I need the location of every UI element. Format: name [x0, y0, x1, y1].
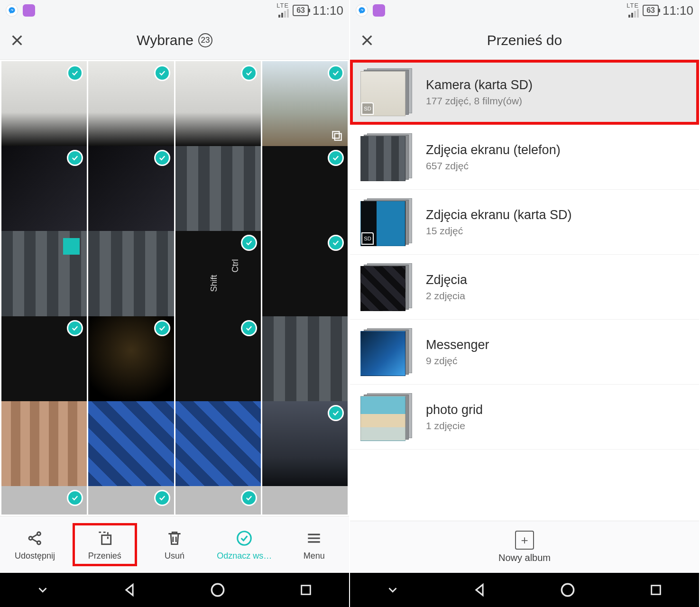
photo-cell[interactable] [262, 146, 348, 231]
photo-cell[interactable] [262, 61, 348, 147]
sd-badge-icon: SD [361, 102, 374, 115]
photo-cell[interactable] [88, 486, 174, 515]
battery-indicator: 63 [643, 5, 659, 16]
album-item[interactable]: Zdjęcia2 zdjęcia [350, 255, 699, 320]
android-navbar [0, 573, 349, 607]
photo-cell[interactable] [1, 486, 87, 515]
svg-point-3 [37, 532, 40, 535]
signal-icon [278, 8, 289, 18]
selected-check-icon [67, 320, 83, 336]
photo-cell[interactable] [262, 231, 348, 316]
selected-check-icon [328, 405, 344, 421]
album-thumbnail [360, 263, 413, 311]
page-title: Wybrane [137, 32, 193, 48]
messenger-icon [356, 4, 368, 17]
photo-cell[interactable] [175, 401, 261, 487]
delete-button[interactable]: Usuń [144, 524, 205, 565]
album-item[interactable]: Zdjęcia ekranu (telefon)657 zdjęć [350, 125, 699, 190]
photo-cell[interactable] [1, 231, 87, 316]
album-subtitle: 1 zdjęcie [426, 420, 689, 432]
photo-cell[interactable] [88, 231, 174, 316]
selected-check-icon [328, 235, 344, 251]
svg-point-7 [212, 584, 224, 596]
photo-cell[interactable] [1, 61, 87, 147]
photo-cell[interactable] [262, 316, 348, 402]
share-button[interactable]: Udostępnij [4, 524, 66, 565]
photo-cell[interactable] [262, 486, 348, 515]
photo-cell[interactable] [88, 316, 174, 402]
album-thumbnail [360, 393, 413, 441]
page-title: Przenieś do [487, 32, 562, 48]
photo-cell[interactable] [88, 146, 174, 231]
photo-cell[interactable] [175, 231, 261, 316]
svg-rect-5 [101, 535, 111, 544]
app-icon [23, 4, 35, 17]
album-subtitle: 15 zdjęć [426, 225, 689, 237]
clock: 11:10 [663, 3, 693, 18]
selected-check-icon [67, 490, 83, 506]
move-to-header: Przenieś do [350, 21, 699, 60]
selected-check-icon [67, 65, 83, 81]
new-album-button[interactable]: + Nowy album [350, 521, 699, 573]
move-button[interactable]: Przenieś [74, 524, 136, 565]
photo-cell[interactable] [175, 146, 261, 231]
svg-rect-1 [335, 134, 341, 140]
album-title: Zdjęcia ekranu (karta SD) [426, 208, 689, 222]
album-title: Zdjęcia [426, 273, 689, 287]
share-icon [25, 528, 45, 548]
photo-grid [0, 60, 349, 516]
nav-chevron-down-icon[interactable] [36, 583, 50, 597]
nav-recent-icon[interactable] [648, 582, 663, 598]
plus-icon: + [515, 531, 534, 550]
clock: 11:10 [313, 3, 343, 18]
selected-check-icon [328, 65, 344, 81]
nav-chevron-down-icon[interactable] [386, 583, 400, 597]
svg-point-6 [238, 532, 251, 545]
app-icon [373, 4, 385, 17]
nav-home-icon[interactable] [209, 581, 227, 599]
signal-icon [628, 8, 639, 18]
nav-back-icon[interactable] [471, 582, 488, 598]
album-thumbnail [360, 133, 413, 181]
photo-cell[interactable] [1, 146, 87, 231]
selected-check-icon [154, 320, 170, 336]
battery-indicator: 63 [293, 5, 309, 16]
photo-cell[interactable] [88, 61, 174, 147]
messenger-icon [6, 4, 18, 17]
photo-cell[interactable] [175, 486, 261, 515]
nav-home-icon[interactable] [559, 581, 577, 599]
photo-cell[interactable] [88, 401, 174, 487]
menu-button[interactable]: Menu [283, 524, 345, 565]
album-subtitle: 177 zdjęć, 8 filmy(ów) [426, 95, 689, 107]
photo-cell[interactable] [262, 401, 348, 487]
photo-cell[interactable] [1, 401, 87, 487]
deselect-all-button[interactable]: Odznacz ws… [213, 524, 275, 565]
selection-header: Wybrane 23 [0, 21, 349, 60]
selected-check-icon [154, 490, 170, 506]
album-list: SDKamera (karta SD)177 zdjęć, 8 filmy(ów… [350, 60, 699, 521]
album-item[interactable]: SDKamera (karta SD)177 zdjęć, 8 filmy(ów… [350, 60, 699, 125]
photo-cell[interactable] [175, 61, 261, 147]
check-circle-icon [234, 528, 254, 548]
svg-point-2 [29, 537, 32, 540]
status-bar: LTE 63 11:10 [350, 0, 699, 21]
status-bar: LTE 63 11:10 [0, 0, 349, 21]
svg-rect-8 [301, 586, 310, 595]
phone-right: LTE 63 11:10 Przenieś do SDKamera (karta… [350, 0, 700, 607]
android-navbar [350, 573, 699, 607]
album-subtitle: 9 zdjęć [426, 355, 689, 367]
selected-check-icon [154, 150, 170, 166]
album-item[interactable]: Messenger9 zdjęć [350, 320, 699, 385]
album-title: Zdjęcia ekranu (telefon) [426, 143, 689, 157]
album-title: Messenger [426, 338, 689, 352]
album-thumbnail [360, 328, 413, 376]
new-album-label: Nowy album [498, 552, 551, 563]
photo-cell[interactable] [175, 316, 261, 402]
photo-cell[interactable] [1, 316, 87, 402]
nav-recent-icon[interactable] [298, 582, 313, 598]
album-item[interactable]: SDZdjęcia ekranu (karta SD)15 zdjęć [350, 190, 699, 255]
album-item[interactable]: photo grid1 zdjęcie [350, 385, 699, 450]
nav-back-icon[interactable] [121, 582, 138, 598]
selected-check-icon [154, 65, 170, 81]
album-thumbnail: SD [360, 68, 413, 116]
